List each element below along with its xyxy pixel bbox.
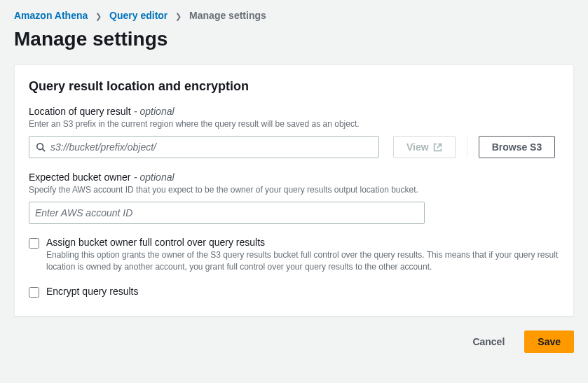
view-button-label: View bbox=[406, 141, 429, 153]
breadcrumb: Amazon Athena ❯ Query editor ❯ Manage se… bbox=[0, 0, 588, 25]
encrypt-checkbox[interactable] bbox=[29, 287, 39, 298]
section-title: Query result location and encryption bbox=[29, 79, 559, 94]
field-location: Location of query result - optional Ente… bbox=[29, 105, 559, 158]
owner-hint: Specify the AWS account ID that you expe… bbox=[29, 185, 559, 195]
external-link-icon bbox=[433, 143, 442, 152]
assign-desc: Enabling this option grants the owner of… bbox=[46, 249, 559, 273]
breadcrumb-link-query-editor[interactable]: Query editor bbox=[109, 10, 167, 21]
save-button[interactable]: Save bbox=[524, 330, 574, 353]
field-encrypt: Encrypt query results bbox=[29, 286, 559, 298]
breadcrumb-link-athena[interactable]: Amazon Athena bbox=[14, 10, 88, 21]
location-optional: - optional bbox=[134, 106, 175, 117]
breadcrumb-current: Manage settings bbox=[189, 10, 266, 21]
encrypt-label: Encrypt query results bbox=[46, 286, 559, 297]
field-owner: Expected bucket owner - optional Specify… bbox=[29, 171, 559, 224]
assign-checkbox[interactable] bbox=[29, 238, 39, 249]
chevron-right-icon: ❯ bbox=[175, 12, 182, 21]
vertical-divider bbox=[467, 136, 467, 158]
page-title: Manage settings bbox=[14, 28, 574, 50]
owner-input[interactable] bbox=[29, 202, 425, 224]
browse-s3-button[interactable]: Browse S3 bbox=[479, 136, 556, 158]
cancel-button[interactable]: Cancel bbox=[460, 330, 517, 353]
field-assign: Assign bucket owner full control over qu… bbox=[29, 237, 559, 273]
settings-card: Query result location and encryption Loc… bbox=[14, 64, 574, 316]
chevron-right-icon: ❯ bbox=[95, 12, 102, 21]
owner-label: Expected bucket owner bbox=[29, 172, 131, 183]
view-button[interactable]: View bbox=[393, 136, 456, 158]
location-input[interactable] bbox=[29, 136, 379, 158]
assign-label: Assign bucket owner full control over qu… bbox=[46, 237, 559, 248]
owner-optional: - optional bbox=[134, 172, 175, 183]
location-label: Location of query result bbox=[29, 106, 131, 117]
footer-actions: Cancel Save bbox=[0, 316, 588, 367]
location-hint: Enter an S3 prefix in the current region… bbox=[29, 119, 559, 129]
